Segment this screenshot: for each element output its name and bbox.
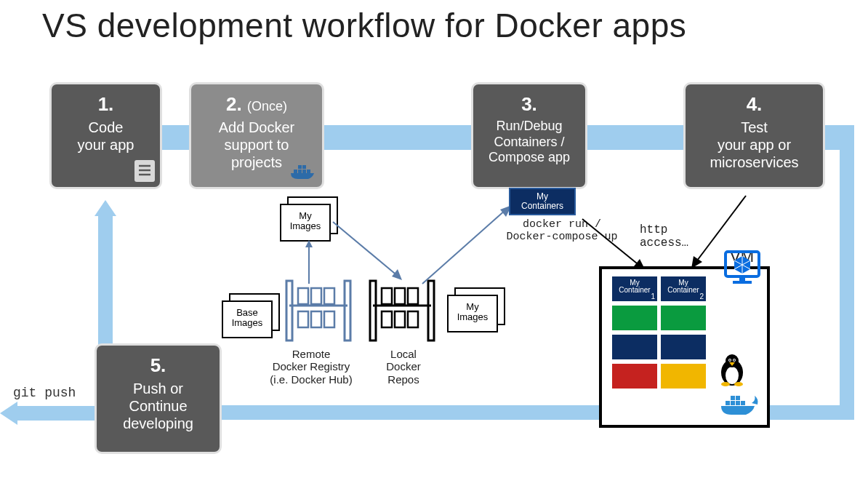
svg-rect-14 — [286, 281, 292, 340]
step-3-text: Run/Debug Containers / Compose app — [479, 119, 579, 166]
svg-rect-59 — [726, 401, 730, 405]
svg-rect-10 — [302, 170, 306, 173]
vm-container-2-label: MyContainer — [661, 276, 706, 294]
svg-point-50 — [726, 367, 739, 384]
arrow-containers-to-vm — [579, 215, 651, 274]
svg-marker-3 — [0, 402, 17, 425]
vm-container-2-num: 2 — [699, 292, 704, 300]
svg-marker-33 — [305, 240, 313, 247]
diagram-title: VS development workflow for Docker apps — [42, 6, 686, 45]
step-5-text: Push or Continue developing — [103, 380, 214, 432]
svg-rect-28 — [408, 288, 418, 304]
svg-point-57 — [721, 382, 730, 386]
svg-rect-20 — [298, 311, 308, 327]
svg-rect-11 — [298, 165, 302, 169]
image-card-front: BaseImages — [222, 300, 273, 338]
svg-rect-61 — [736, 401, 740, 405]
git-push-label: git push — [13, 386, 76, 400]
vm-monitor-icon — [723, 249, 762, 287]
step-5-push: 5. Push or Continue developing — [95, 343, 222, 454]
step-5-number: 5. — [103, 354, 214, 377]
docker-icon — [288, 160, 318, 183]
svg-rect-30 — [395, 311, 405, 327]
svg-rect-31 — [408, 311, 418, 327]
image-card-front: MyImages — [280, 204, 331, 242]
step-2-add-docker: 2. (Once) Add Docker support to projects — [189, 82, 324, 189]
step-4-number: 4. — [691, 93, 817, 116]
vm-container-navy-3 — [612, 335, 657, 359]
svg-line-38 — [582, 219, 640, 266]
svg-point-58 — [734, 382, 743, 386]
linux-penguin-icon — [714, 352, 750, 389]
step-2-num-val: 2. — [226, 93, 242, 115]
svg-rect-22 — [324, 311, 334, 327]
svg-rect-64 — [736, 396, 740, 400]
svg-point-54 — [729, 359, 731, 361]
svg-marker-35 — [392, 269, 402, 280]
svg-rect-13 — [307, 170, 310, 173]
step-1-number: 1. — [57, 93, 154, 116]
svg-rect-62 — [741, 401, 745, 405]
flow-band-right — [840, 125, 854, 420]
step-4-text: Testyour app or microservices — [691, 119, 817, 171]
vm-container-green-2 — [661, 306, 706, 330]
vm-container-navy-4 — [661, 335, 706, 359]
document-icon — [133, 159, 156, 183]
svg-rect-0 — [98, 215, 113, 353]
svg-rect-63 — [731, 396, 735, 400]
svg-rect-44 — [733, 281, 752, 284]
svg-point-55 — [734, 359, 735, 361]
image-card-front: MyImages — [447, 295, 498, 332]
my-containers-label: MyContainers — [510, 192, 574, 211]
vm-container-yellow — [661, 364, 706, 389]
svg-rect-9 — [298, 170, 302, 173]
arrow-git-push — [0, 399, 102, 428]
svg-rect-29 — [382, 311, 392, 327]
remote-registry-label: RemoteDocker Registry(i.e. Docker Hub) — [260, 348, 362, 386]
arrow-local-to-containers — [419, 204, 521, 291]
svg-rect-60 — [731, 401, 735, 405]
step-2-number: 2. (Once) — [197, 93, 316, 116]
svg-line-36 — [422, 210, 506, 284]
svg-rect-21 — [311, 311, 321, 327]
local-repos-label: LocalDockerRepos — [371, 348, 436, 386]
vm-container-2: MyContainer 2 — [661, 276, 706, 301]
docker-whale-icon — [718, 390, 760, 421]
vm-container-1: MyContainer 1 — [612, 276, 657, 301]
arrow-remote-to-images — [302, 240, 316, 291]
vm-container-red — [612, 364, 657, 389]
step-4-test: 4. Testyour app or microservices — [683, 82, 825, 189]
svg-line-34 — [333, 222, 398, 276]
svg-rect-8 — [294, 170, 297, 173]
svg-marker-1 — [95, 200, 116, 216]
vm-container-1-label: MyContainer — [612, 276, 657, 294]
vm-container-green-1 — [612, 306, 657, 330]
arrow-images-to-local — [329, 218, 409, 291]
step-1-text: Codeyour app — [57, 119, 154, 154]
vm-container-1-num: 1 — [651, 292, 655, 300]
step-1-code-app: 1. Codeyour app — [49, 82, 162, 189]
step-2-note: (Once) — [247, 99, 287, 113]
svg-rect-2 — [16, 406, 102, 421]
my-containers-badge: MyContainers — [509, 188, 576, 215]
step-3-number: 3. — [479, 93, 579, 116]
svg-rect-43 — [739, 276, 745, 281]
arrow-up-loop — [95, 200, 116, 353]
step-3-run-debug: 3. Run/Debug Containers / Compose app — [471, 82, 587, 189]
svg-rect-12 — [302, 165, 306, 169]
vm-container-stack: MyContainer 1 MyContainer 2 — [606, 272, 707, 391]
